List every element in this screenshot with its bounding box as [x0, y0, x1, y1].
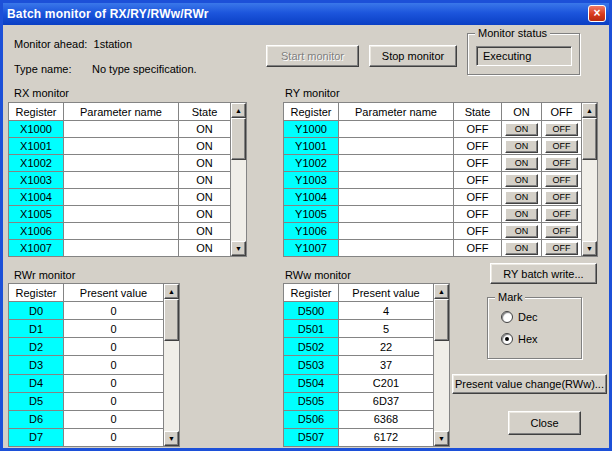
ry-on-button[interactable]: ON	[505, 225, 538, 238]
monitor-ahead-value: 1station	[94, 38, 133, 50]
scroll-down-icon[interactable]: ▼	[164, 431, 179, 446]
button-cell: ON	[502, 240, 542, 257]
column-header: Register	[284, 284, 339, 302]
value-cell: 0	[64, 428, 164, 446]
rww-monitor-table: RegisterPresent value D5004D5015D50222D5…	[283, 283, 450, 447]
rx-header-row: RegisterParameter nameState	[9, 103, 231, 121]
ry-on-button[interactable]: ON	[505, 174, 538, 187]
scroll-thumb[interactable]	[164, 299, 179, 341]
column-header: Register	[9, 284, 64, 302]
button-cell: ON	[502, 189, 542, 206]
radio-dec[interactable]: Dec	[501, 311, 538, 323]
rwr-scrollbar[interactable]: ▲ ▼	[164, 283, 180, 447]
radio-dec-label: Dec	[518, 311, 538, 323]
value-cell: 6368	[339, 410, 434, 428]
value-cell: 0	[64, 302, 164, 320]
register-cell: X1007	[9, 240, 64, 257]
state-cell: OFF	[454, 138, 502, 155]
table-row: D60	[9, 410, 164, 428]
parameter-cell	[64, 172, 179, 189]
button-cell: ON	[502, 138, 542, 155]
ry-on-button[interactable]: ON	[505, 208, 538, 221]
titlebar[interactable]: Batch monitor of RX/RY/RWw/RWr ×	[3, 3, 609, 25]
close-icon[interactable]: ×	[588, 5, 606, 22]
register-cell: D506	[284, 410, 339, 428]
monitor-status-value: Executing	[483, 50, 531, 62]
monitor-status-label: Monitor status	[475, 27, 550, 39]
value-cell: 22	[339, 338, 434, 356]
register-cell: Y1002	[284, 155, 339, 172]
table-row: D20	[9, 338, 164, 356]
register-cell: D503	[284, 356, 339, 374]
register-cell: D7	[9, 428, 64, 446]
scroll-down-icon[interactable]: ▼	[434, 431, 449, 446]
radio-hex[interactable]: Hex	[501, 333, 538, 345]
ry-off-button[interactable]: OFF	[545, 242, 578, 255]
scroll-up-icon[interactable]: ▲	[434, 284, 449, 299]
ry-off-button[interactable]: OFF	[545, 157, 578, 170]
state-cell: OFF	[454, 121, 502, 138]
start-monitor-button[interactable]: Start monitor	[266, 45, 359, 67]
batch-monitor-dialog: Batch monitor of RX/RY/RWw/RWr × Monitor…	[0, 0, 612, 451]
value-cell: 0	[64, 410, 164, 428]
register-cell: Y1001	[284, 138, 339, 155]
rww-scrollbar[interactable]: ▲ ▼	[434, 283, 450, 447]
ry-on-button[interactable]: ON	[505, 140, 538, 153]
value-cell: 5	[339, 320, 434, 338]
table-row: Y1000OFFONOFF	[284, 121, 582, 138]
value-cell: 6172	[339, 428, 434, 446]
radio-checked-icon	[501, 333, 513, 345]
table-row: X1002ON	[9, 155, 231, 172]
ry-on-button[interactable]: ON	[505, 242, 538, 255]
ry-off-button[interactable]: OFF	[545, 123, 578, 136]
rww-monitor-title: RWw monitor	[285, 269, 351, 281]
radio-hex-label: Hex	[518, 333, 538, 345]
ry-off-button[interactable]: OFF	[545, 225, 578, 238]
parameter-cell	[339, 206, 454, 223]
scroll-thumb[interactable]	[434, 299, 449, 341]
column-header: Register	[284, 103, 339, 121]
ry-scrollbar[interactable]: ▲ ▼	[582, 102, 598, 257]
ry-on-button[interactable]: ON	[505, 123, 538, 136]
rwr-monitor-title: RWr monitor	[14, 269, 75, 281]
scroll-thumb[interactable]	[582, 118, 597, 160]
register-cell: X1005	[9, 206, 64, 223]
close-button[interactable]: Close	[508, 411, 581, 435]
parameter-cell	[339, 138, 454, 155]
button-cell: OFF	[542, 155, 582, 172]
window-title: Batch monitor of RX/RY/RWw/RWr	[7, 7, 209, 21]
monitor-status-field: Executing	[476, 46, 572, 66]
table-row: X1005ON	[9, 206, 231, 223]
register-cell: D3	[9, 356, 64, 374]
value-cell: 0	[64, 374, 164, 392]
ry-batch-write-button[interactable]: RY batch write...	[490, 263, 597, 284]
scroll-up-icon[interactable]: ▲	[582, 103, 597, 118]
ry-on-button[interactable]: ON	[505, 157, 538, 170]
ry-off-button[interactable]: OFF	[545, 174, 578, 187]
column-header: Present value	[64, 284, 164, 302]
ry-off-button[interactable]: OFF	[545, 191, 578, 204]
register-cell: X1006	[9, 223, 64, 240]
ry-off-button[interactable]: OFF	[545, 208, 578, 221]
present-value-change-button[interactable]: Present value change(RWw)...	[452, 374, 607, 394]
scroll-up-icon[interactable]: ▲	[231, 103, 246, 118]
value-cell: 6D37	[339, 392, 434, 410]
rx-scrollbar[interactable]: ▲ ▼	[231, 102, 247, 257]
table-row: X1004ON	[9, 189, 231, 206]
rww-header-row: RegisterPresent value	[284, 284, 434, 302]
ry-on-button[interactable]: ON	[505, 191, 538, 204]
table-row: X1007ON	[9, 240, 231, 257]
ry-off-button[interactable]: OFF	[545, 140, 578, 153]
state-cell: ON	[179, 189, 231, 206]
stop-monitor-button[interactable]: Stop monitor	[369, 45, 457, 67]
register-cell: D502	[284, 338, 339, 356]
scroll-down-icon[interactable]: ▼	[231, 241, 246, 256]
scroll-thumb[interactable]	[231, 118, 246, 160]
column-header: OFF	[542, 103, 582, 121]
table-row: Y1003OFFONOFF	[284, 172, 582, 189]
scroll-down-icon[interactable]: ▼	[582, 241, 597, 256]
value-cell: 0	[64, 392, 164, 410]
table-row: D5066368	[284, 410, 434, 428]
scroll-up-icon[interactable]: ▲	[164, 284, 179, 299]
ry-header-row: RegisterParameter nameStateONOFF	[284, 103, 582, 121]
